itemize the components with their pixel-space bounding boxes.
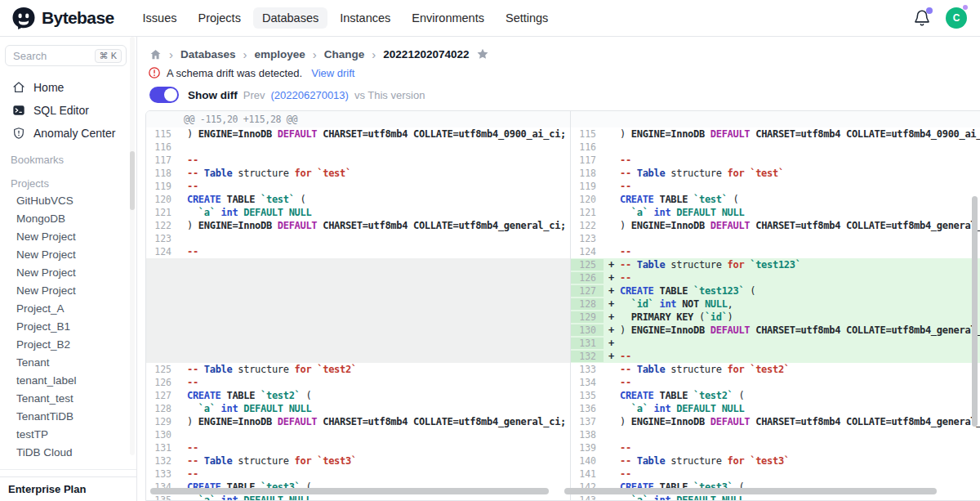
- line-number: 118: [571, 168, 604, 179]
- line-code: --: [604, 442, 980, 454]
- line-number: 115: [146, 128, 179, 140]
- breadcrumb-item[interactable]: employee: [255, 48, 305, 60]
- line-number: 115: [571, 128, 604, 140]
- line-code: +--: [604, 351, 980, 362]
- sidebar-item-anomaly-center[interactable]: Anomaly Center: [0, 122, 136, 145]
- nav-item-projects[interactable]: Projects: [189, 7, 250, 29]
- diff-line: 129) ENGINE=InnoDB DEFAULT CHARSET=utf8m…: [146, 415, 570, 428]
- line-number: 116: [571, 141, 604, 153]
- nav-item-settings[interactable]: Settings: [497, 7, 557, 29]
- nav-item-issues[interactable]: Issues: [134, 7, 186, 29]
- diff-line: 135 `a` int DEFAULT NULL: [146, 494, 570, 501]
- line-code: --: [604, 154, 980, 166]
- line-number: 120: [571, 194, 604, 205]
- diff-line: 126+--: [571, 271, 980, 284]
- left-pane-hscrollbar[interactable]: [150, 488, 549, 494]
- line-code: [604, 141, 980, 153]
- sidebar-section-bookmarks: Bookmarks: [0, 145, 136, 168]
- star-icon[interactable]: [476, 47, 489, 60]
- show-diff-toggle[interactable]: [149, 87, 179, 103]
- breadcrumb-item[interactable]: Databases: [180, 48, 236, 60]
- diff-line: 137) ENGINE=InnoDB DEFAULT CHARSET=utf8m…: [571, 415, 980, 428]
- sidebar-project-item[interactable]: Tenant: [0, 354, 136, 372]
- line-code: ) ENGINE=InnoDB DEFAULT CHARSET=utf8mb4 …: [604, 220, 980, 231]
- sidebar-project-item[interactable]: Project_B2: [0, 336, 136, 354]
- app-logo[interactable]: Bytebase: [11, 7, 114, 30]
- diff-line: [146, 271, 570, 284]
- sidebar-scrollbar-track[interactable]: [130, 37, 135, 455]
- diff-line: [146, 350, 570, 363]
- breadcrumb-item[interactable]: Change: [324, 48, 365, 60]
- breadcrumb-item[interactable]: 20221202074022: [383, 48, 469, 60]
- sidebar-item-label: SQL Editor: [33, 104, 89, 117]
- alert-circle-icon: [148, 66, 161, 79]
- line-number: 130: [571, 324, 604, 336]
- sidebar-item-sql-editor[interactable]: SQL Editor: [0, 99, 136, 122]
- line-number: 129: [571, 311, 604, 323]
- sidebar-project-item[interactable]: New Project: [0, 282, 136, 300]
- diff-line: 139--: [571, 441, 980, 454]
- right-pane-hscrollbar[interactable]: [564, 488, 937, 494]
- line-code: --: [604, 377, 980, 388]
- line-code: + `id` int NOT NULL,: [604, 298, 980, 310]
- toggle-knob: [164, 88, 177, 101]
- notifications-button[interactable]: [913, 9, 931, 27]
- terminal-icon: [12, 104, 25, 117]
- diff-line: [146, 258, 570, 271]
- sidebar-project-item[interactable]: New Project: [0, 246, 136, 264]
- search-input[interactable]: [13, 50, 83, 62]
- diff-line: 117--: [571, 154, 980, 167]
- diff-line: 120CREATE TABLE `test` (: [571, 193, 980, 206]
- diff-line: 134--: [571, 376, 980, 389]
- sidebar-project-item[interactable]: MongoDB: [0, 210, 136, 228]
- diff-line: 126--: [146, 376, 570, 389]
- line-code: --: [604, 468, 980, 480]
- show-diff-label: Show diff: [188, 89, 238, 101]
- line-number: 136: [571, 403, 604, 414]
- sidebar-project-item[interactable]: Tenant_test: [0, 390, 136, 408]
- line-number: 138: [571, 429, 604, 441]
- sidebar-main-items: HomeSQL EditorAnomaly Center: [0, 76, 136, 145]
- sidebar-project-item[interactable]: TiDB Cloud: [0, 444, 136, 462]
- page-vscrollbar[interactable]: [972, 196, 978, 427]
- line-code: --: [179, 154, 570, 166]
- sidebar-item-home[interactable]: Home: [0, 76, 136, 99]
- search-box[interactable]: ⌘ K: [5, 45, 127, 66]
- sidebar-project-item[interactable]: testTP: [0, 426, 136, 444]
- sidebar-project-item[interactable]: New Project: [0, 228, 136, 246]
- diff-add-marker: +: [608, 351, 620, 362]
- sidebar-project-item[interactable]: New Project: [0, 264, 136, 282]
- line-code: --: [604, 181, 980, 192]
- prev-version-link[interactable]: (202206270013): [270, 89, 348, 101]
- prev-label: Prev: [243, 89, 265, 101]
- line-code: -- Table structure for `test`: [604, 168, 980, 179]
- diff-line: 138: [571, 428, 980, 441]
- line-number: 119: [571, 181, 604, 192]
- avatar[interactable]: C: [946, 7, 967, 29]
- sidebar-project-item[interactable]: Project_B1: [0, 318, 136, 336]
- diff-add-marker: +: [608, 324, 620, 336]
- sidebar-scrollbar-thumb[interactable]: [130, 151, 135, 210]
- sidebar-project-item[interactable]: GitHubVCS: [0, 192, 136, 210]
- schema-drift-alert: A schema drift was detected. View drift: [148, 65, 980, 81]
- diff-add-marker: +: [608, 338, 620, 349]
- line-number: 124: [571, 246, 604, 257]
- line-code: --: [604, 246, 980, 257]
- sidebar-project-item[interactable]: TenantTiDB: [0, 408, 136, 426]
- home-icon[interactable]: [149, 48, 162, 60]
- line-number: 133: [571, 364, 604, 375]
- line-number: 135: [146, 494, 179, 501]
- nav-item-databases[interactable]: Databases: [253, 7, 327, 29]
- diff-line: [146, 324, 570, 337]
- diff-line: 122) ENGINE=InnoDB DEFAULT CHARSET=utf8m…: [146, 219, 570, 232]
- avatar-letter: C: [946, 7, 967, 29]
- line-code: ) ENGINE=InnoDB DEFAULT CHARSET=utf8mb4 …: [179, 416, 570, 427]
- sidebar-project-item[interactable]: Project_A: [0, 300, 136, 318]
- line-number: 120: [146, 194, 179, 205]
- view-drift-link[interactable]: View drift: [311, 67, 354, 79]
- line-code: + PRIMARY KEY (`id`): [604, 311, 980, 323]
- nav-item-environments[interactable]: Environments: [403, 7, 493, 29]
- nav-item-instances[interactable]: Instances: [331, 7, 399, 29]
- sidebar-project-item[interactable]: tenant_label: [0, 372, 136, 390]
- diff-add-marker: +: [608, 259, 620, 271]
